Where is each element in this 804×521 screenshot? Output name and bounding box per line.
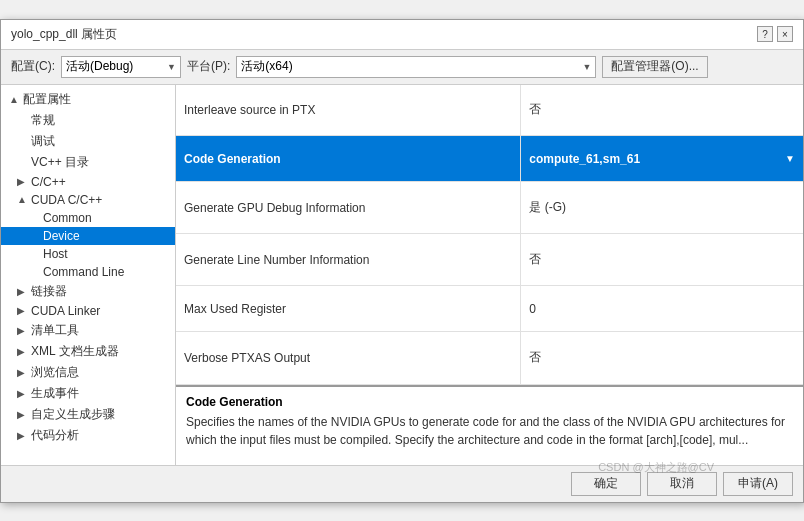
- tree-label-host: Host: [43, 247, 68, 261]
- config-manager-button[interactable]: 配置管理器(O)...: [602, 56, 707, 78]
- tree-label-common: Common: [43, 211, 92, 225]
- config-label: 配置(C):: [11, 58, 55, 75]
- tree-item-cmdline[interactable]: Command Line: [1, 263, 175, 281]
- close-button[interactable]: ×: [777, 26, 793, 42]
- expand-icon-device: [29, 230, 43, 241]
- expand-icon-common: [29, 212, 43, 223]
- tree-label-root: 配置属性: [23, 91, 71, 108]
- tree-label-vcpp: VC++ 目录: [31, 154, 89, 171]
- expand-icon-browse: ▶: [17, 367, 31, 378]
- description-title: Code Generation: [186, 395, 793, 409]
- ok-button[interactable]: 确定: [571, 472, 641, 496]
- tree-label-debug: 调试: [31, 133, 55, 150]
- props-panel: Interleave source in PTX否Code Generation…: [176, 85, 803, 465]
- bottom-bar: 确定 取消 申请(A): [1, 465, 803, 502]
- title-bar: yolo_cpp_dll 属性页 ? ×: [1, 20, 803, 50]
- expand-icon-custom-build: ▶: [17, 409, 31, 420]
- description-area: Code Generation Specifies the names of t…: [176, 385, 803, 465]
- description-text: Specifies the names of the NVIDIA GPUs t…: [186, 413, 793, 449]
- properties-table: Interleave source in PTX否Code Generation…: [176, 85, 803, 385]
- expand-icon-root: ▲: [9, 94, 23, 105]
- tree-label-device: Device: [43, 229, 80, 243]
- config-dropdown[interactable]: 活动(Debug) ▼: [61, 56, 181, 78]
- toolbar: 配置(C): 活动(Debug) ▼ 平台(P): 活动(x64) ▼ 配置管理…: [1, 50, 803, 85]
- tree-label-browse: 浏览信息: [31, 364, 79, 381]
- tree-item-xml[interactable]: ▶ XML 文档生成器: [1, 341, 175, 362]
- prop-name: Code Generation: [176, 136, 521, 182]
- tree-label-xml: XML 文档生成器: [31, 343, 119, 360]
- tree-item-browse[interactable]: ▶ 浏览信息: [1, 362, 175, 383]
- prop-value: 否: [521, 234, 803, 286]
- prop-name: Interleave source in PTX: [176, 85, 521, 136]
- expand-icon-debug: [17, 136, 31, 147]
- tree-label-build-events: 生成事件: [31, 385, 79, 402]
- tree-item-linker[interactable]: ▶ 链接器: [1, 281, 175, 302]
- platform-value: 活动(x64): [241, 58, 292, 75]
- tree-label-code-analysis: 代码分析: [31, 427, 79, 444]
- prop-name: Generate GPU Debug Information: [176, 182, 521, 234]
- expand-icon-code-analysis: ▶: [17, 430, 31, 441]
- tree-item-build-events[interactable]: ▶ 生成事件: [1, 383, 175, 404]
- tree-item-general[interactable]: 常规: [1, 110, 175, 131]
- tree-label-cpp: C/C++: [31, 175, 66, 189]
- tree-item-host[interactable]: Host: [1, 245, 175, 263]
- tree-label-custom-build: 自定义生成步骤: [31, 406, 115, 423]
- expand-icon-vcpp: [17, 157, 31, 168]
- tree-item-cuda-cpp[interactable]: ▲ CUDA C/C++: [1, 191, 175, 209]
- prop-name: Generate Line Number Information: [176, 234, 521, 286]
- tree-item-root[interactable]: ▲ 配置属性: [1, 89, 175, 110]
- tree-label-cuda-linker: CUDA Linker: [31, 304, 100, 318]
- tree-item-debug[interactable]: 调试: [1, 131, 175, 152]
- table-row[interactable]: Verbose PTXAS Output否: [176, 332, 803, 384]
- platform-dropdown[interactable]: 活动(x64) ▼: [236, 56, 596, 78]
- main-content: ▲ 配置属性 常规 调试 VC++ 目录 ▶ C/C++: [1, 85, 803, 465]
- dialog-title: yolo_cpp_dll 属性页: [11, 26, 117, 43]
- table-row[interactable]: Max Used Register0: [176, 286, 803, 332]
- prop-value: 否: [521, 332, 803, 384]
- platform-dropdown-arrow: ▼: [582, 62, 591, 72]
- cancel-button[interactable]: 取消: [647, 472, 717, 496]
- prop-value: 是 (-G): [521, 182, 803, 234]
- expand-icon-host: [29, 248, 43, 259]
- table-row[interactable]: Interleave source in PTX否: [176, 85, 803, 136]
- tree-item-custom-build[interactable]: ▶ 自定义生成步骤: [1, 404, 175, 425]
- tree-item-vcpp-dirs[interactable]: VC++ 目录: [1, 152, 175, 173]
- expand-icon-linker: ▶: [17, 286, 31, 297]
- expand-icon-cpp: ▶: [17, 176, 31, 187]
- tree-item-code-analysis[interactable]: ▶ 代码分析: [1, 425, 175, 446]
- tree-label-cuda: CUDA C/C++: [31, 193, 102, 207]
- title-bar-buttons: ? ×: [757, 26, 793, 42]
- table-row[interactable]: Generate Line Number Information否: [176, 234, 803, 286]
- apply-button[interactable]: 申请(A): [723, 472, 793, 496]
- config-dropdown-arrow: ▼: [167, 62, 176, 72]
- tree-item-device[interactable]: Device: [1, 227, 175, 245]
- tree-label-clean: 清单工具: [31, 322, 79, 339]
- expand-icon-cmdline: [29, 266, 43, 277]
- prop-name: Verbose PTXAS Output: [176, 332, 521, 384]
- tree-item-cpp[interactable]: ▶ C/C++: [1, 173, 175, 191]
- prop-value: 0: [521, 286, 803, 332]
- prop-value: 否: [521, 85, 803, 136]
- dropdown-arrow-icon[interactable]: ▼: [785, 153, 795, 164]
- help-button[interactable]: ?: [757, 26, 773, 42]
- tree-item-common[interactable]: Common: [1, 209, 175, 227]
- tree-item-cuda-linker[interactable]: ▶ CUDA Linker: [1, 302, 175, 320]
- expand-icon-cuda: ▲: [17, 194, 31, 205]
- expand-icon-cuda-linker: ▶: [17, 305, 31, 316]
- platform-label: 平台(P):: [187, 58, 230, 75]
- expand-icon-xml: ▶: [17, 346, 31, 357]
- table-row[interactable]: Code Generationcompute_61,sm_61▼: [176, 136, 803, 182]
- table-row[interactable]: Generate GPU Debug Information是 (-G): [176, 182, 803, 234]
- expand-icon-general: [17, 115, 31, 126]
- tree-item-clean[interactable]: ▶ 清单工具: [1, 320, 175, 341]
- expand-icon-build-events: ▶: [17, 388, 31, 399]
- tree-label-linker: 链接器: [31, 283, 67, 300]
- expand-icon-clean: ▶: [17, 325, 31, 336]
- config-value: 活动(Debug): [66, 58, 133, 75]
- prop-name: Max Used Register: [176, 286, 521, 332]
- prop-value[interactable]: compute_61,sm_61▼: [521, 136, 803, 182]
- tree-panel: ▲ 配置属性 常规 调试 VC++ 目录 ▶ C/C++: [1, 85, 176, 465]
- tree-label-general: 常规: [31, 112, 55, 129]
- tree-label-cmdline: Command Line: [43, 265, 124, 279]
